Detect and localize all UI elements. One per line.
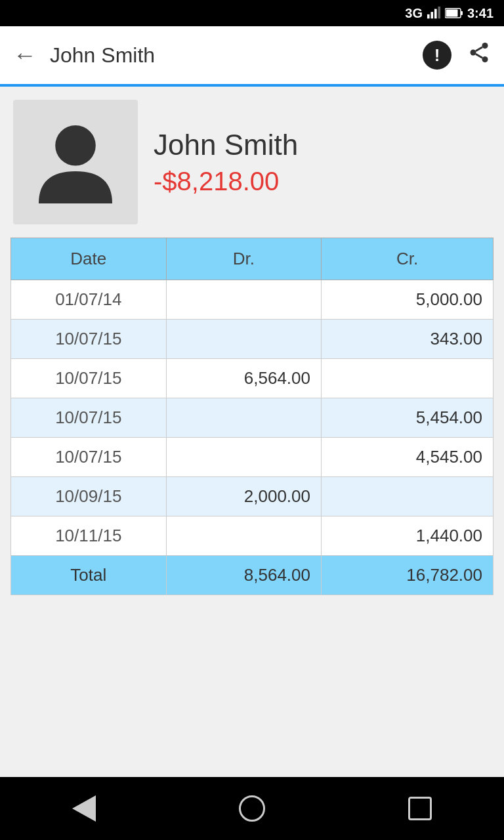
status-bar: 3G 3:41 — [0, 0, 504, 26]
home-nav-icon — [239, 795, 265, 822]
svg-line-10 — [476, 54, 482, 58]
cell-cr: 1,440.00 — [322, 516, 494, 556]
cell-dr — [166, 280, 322, 320]
table-row: 10/07/155,454.00 — [11, 398, 494, 438]
cell-cr — [322, 359, 494, 398]
ledger-table-container: Date Dr. Cr. 01/07/145,000.0010/07/15343… — [0, 238, 504, 777]
svg-rect-0 — [427, 14, 430, 18]
table-row: 10/07/15343.00 — [11, 320, 494, 359]
svg-rect-2 — [434, 9, 437, 19]
cell-dr — [166, 398, 322, 438]
cell-date: 01/07/14 — [11, 280, 167, 320]
cell-dr — [166, 438, 322, 477]
cell-date: 10/11/15 — [11, 516, 167, 556]
alert-button[interactable]: ! — [423, 41, 452, 70]
cell-date: 10/07/15 — [11, 398, 167, 438]
status-icons: 3G 3:41 — [405, 6, 494, 21]
profile-info: John Smith -$8,218.00 — [154, 129, 298, 196]
cell-date: 10/07/15 — [11, 438, 167, 477]
svg-rect-5 — [446, 10, 457, 17]
col-cr: Cr. — [322, 238, 494, 280]
nav-back-button[interactable] — [58, 789, 110, 828]
col-dr: Dr. — [166, 238, 322, 280]
cell-date: 10/09/15 — [11, 477, 167, 516]
share-icon — [467, 41, 491, 64]
table-row: 10/11/151,440.00 — [11, 516, 494, 556]
svg-point-9 — [482, 56, 488, 62]
table-row: 10/09/152,000.00 — [11, 477, 494, 516]
nav-recents-button[interactable] — [394, 789, 446, 828]
cell-cr: 5,000.00 — [322, 280, 494, 320]
alert-icon: ! — [434, 45, 440, 66]
app-bar-actions: ! — [423, 41, 491, 70]
clock: 3:41 — [467, 6, 494, 21]
profile-name: John Smith — [154, 129, 298, 161]
svg-point-12 — [55, 125, 96, 166]
recents-nav-icon — [408, 797, 432, 820]
signal-icon — [427, 6, 441, 20]
cell-date: 10/07/15 — [11, 320, 167, 359]
cell-cr: 343.00 — [322, 320, 494, 359]
svg-rect-6 — [461, 11, 463, 15]
total-label: Total — [11, 556, 167, 595]
share-button[interactable] — [467, 41, 491, 70]
cell-dr — [166, 320, 322, 359]
svg-rect-1 — [430, 12, 433, 18]
col-date: Date — [11, 238, 167, 280]
avatar-icon — [30, 116, 121, 208]
app-bar: ← John Smith ! — [0, 26, 504, 84]
cell-dr: 2,000.00 — [166, 477, 322, 516]
table-header-row: Date Dr. Cr. — [11, 238, 494, 280]
cell-dr — [166, 516, 322, 556]
cell-dr: 6,564.00 — [166, 359, 322, 398]
cell-cr: 5,454.00 — [322, 398, 494, 438]
table-row: 10/07/154,545.00 — [11, 438, 494, 477]
page-title: John Smith — [50, 43, 423, 68]
profile-section: John Smith -$8,218.00 — [0, 87, 504, 238]
svg-point-8 — [471, 49, 476, 55]
total-dr: 8,564.00 — [166, 556, 322, 595]
svg-line-11 — [476, 47, 482, 51]
ledger-table: Date Dr. Cr. 01/07/145,000.0010/07/15343… — [10, 238, 494, 595]
cell-cr — [322, 477, 494, 516]
svg-point-7 — [482, 43, 488, 49]
network-indicator: 3G — [405, 6, 423, 21]
table-total-row: Total8,564.0016,782.00 — [11, 556, 494, 595]
table-row: 01/07/145,000.00 — [11, 280, 494, 320]
avatar — [13, 100, 138, 224]
battery-icon — [445, 7, 463, 19]
back-nav-icon — [72, 795, 96, 822]
nav-home-button[interactable] — [226, 789, 278, 828]
total-cr: 16,782.00 — [322, 556, 494, 595]
bottom-nav — [0, 777, 504, 840]
table-row: 10/07/156,564.00 — [11, 359, 494, 398]
cell-cr: 4,545.00 — [322, 438, 494, 477]
back-button[interactable]: ← — [13, 41, 37, 69]
profile-balance: -$8,218.00 — [154, 167, 298, 196]
cell-date: 10/07/15 — [11, 359, 167, 398]
svg-rect-3 — [438, 7, 440, 18]
